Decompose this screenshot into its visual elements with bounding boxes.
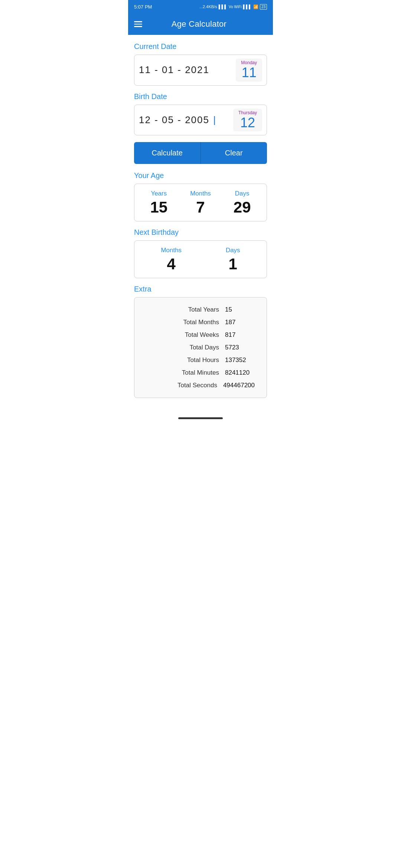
current-date-value[interactable]: 11 - 01 - 2021 xyxy=(139,64,236,76)
birthday-days-col: Days 1 xyxy=(226,247,240,272)
wifi-icon: 📶 xyxy=(253,4,258,9)
age-result-row: Years 15 Months 7 Days 29 xyxy=(139,190,262,215)
days-value: 29 xyxy=(234,200,251,215)
years-label: Years xyxy=(151,190,167,197)
extra-row: Total Minutes8241120 xyxy=(139,366,262,379)
current-date-label: Current Date xyxy=(134,42,267,51)
birth-date-year: 2005 xyxy=(185,114,209,125)
months-value: 7 xyxy=(196,200,205,215)
action-buttons: Calculate Clear xyxy=(134,142,267,164)
menu-line2 xyxy=(134,24,142,25)
bottom-indicator xyxy=(178,417,223,419)
profile-button[interactable]: 👤 xyxy=(256,19,267,29)
birth-date-month: 05 xyxy=(162,114,174,125)
birth-date-sep2: - xyxy=(177,114,182,125)
birthday-result-row: Months 4 Days 1 xyxy=(139,247,262,272)
birthday-months-col: Months 4 xyxy=(161,247,182,272)
your-age-label: Your Age xyxy=(134,171,267,180)
menu-line3 xyxy=(134,26,142,27)
birth-cal-day-num: 12 xyxy=(240,115,255,130)
extra-row-value: 494467200 xyxy=(223,382,255,389)
years-value: 15 xyxy=(150,200,167,215)
age-years-col: Years 15 xyxy=(150,190,167,215)
days-label: Days xyxy=(235,190,250,197)
current-date-day: 11 xyxy=(139,64,151,75)
signal-icon2: ▌▌▌ xyxy=(243,4,251,9)
birth-date-calendar: Thursday 12 xyxy=(233,109,262,132)
status-bar: 5:07 PM ...2.4KB/s ▌▌▌ Vo WiFi ▌▌▌ 📶 23 xyxy=(128,0,273,13)
extra-row: Total Years15 xyxy=(139,303,262,316)
extra-row-label: Total Years xyxy=(146,306,225,313)
extra-row: Total Days5723 xyxy=(139,341,262,354)
status-right: ...2.4KB/s ▌▌▌ Vo WiFi ▌▌▌ 📶 23 xyxy=(199,4,267,10)
birthday-months-label: Months xyxy=(161,247,182,254)
birth-date-cursor: | xyxy=(213,114,216,125)
birth-date-card: 12 - 05 - 2005 | Thursday 12 xyxy=(134,105,267,136)
extra-row-value: 187 xyxy=(225,319,255,326)
network-speed: ...2.4KB/s xyxy=(199,4,217,9)
extra-row-value: 15 xyxy=(225,306,255,313)
extra-label: Extra xyxy=(134,285,267,293)
calculate-button[interactable]: Calculate xyxy=(134,142,201,164)
battery-icon: 23 xyxy=(260,4,267,10)
bottom-bar xyxy=(128,413,273,422)
current-date-card: 11 - 01 - 2021 Monday 11 xyxy=(134,55,267,86)
extra-row-label: Total Minutes xyxy=(146,369,225,377)
birth-date-label: Birth Date xyxy=(134,92,267,101)
birth-cal-day-name: Thursday xyxy=(238,110,257,115)
extra-row: Total Hours137352 xyxy=(139,354,262,366)
menu-button[interactable] xyxy=(134,21,142,27)
clear-button[interactable]: Clear xyxy=(201,142,267,164)
extra-row-value: 5723 xyxy=(225,344,255,351)
extra-row-label: Total Hours xyxy=(146,356,225,364)
extra-row-label: Total Weeks xyxy=(146,331,225,339)
current-date-year: 2021 xyxy=(185,64,209,75)
birthday-days-label: Days xyxy=(226,247,240,254)
extra-row-label: Total Seconds xyxy=(146,382,223,389)
age-days-col: Days 29 xyxy=(234,190,251,215)
extra-card: Total Years15Total Months187Total Weeks8… xyxy=(134,297,267,398)
next-birthday-card: Months 4 Days 1 xyxy=(134,240,267,278)
app-bar: Age Calculator 👤 xyxy=(128,13,273,35)
age-months-col: Months 7 xyxy=(190,190,211,215)
birth-date-value[interactable]: 12 - 05 - 2005 | xyxy=(139,114,233,126)
menu-line1 xyxy=(134,21,142,22)
birthday-days-value: 1 xyxy=(229,256,237,272)
main-content: Current Date 11 - 01 - 2021 Monday 11 Bi… xyxy=(128,35,273,413)
current-date-calendar: Monday 11 xyxy=(236,59,262,82)
extra-row-label: Total Months xyxy=(146,319,225,326)
app-title: Age Calculator xyxy=(172,19,227,29)
current-date-sep2: - xyxy=(177,64,182,75)
current-date-month: 01 xyxy=(162,64,174,75)
birthday-months-value: 4 xyxy=(167,256,176,272)
birth-date-day: 12 xyxy=(139,114,151,125)
extra-row: Total Weeks817 xyxy=(139,329,262,341)
extra-row-value: 8241120 xyxy=(225,369,255,377)
extra-row-value: 817 xyxy=(225,331,255,339)
months-label: Months xyxy=(190,190,211,197)
current-date-sep1: - xyxy=(154,64,159,75)
extra-row: Total Seconds494467200 xyxy=(139,379,262,392)
extra-row-value: 137352 xyxy=(225,356,255,364)
current-cal-day-name: Monday xyxy=(241,60,257,65)
birth-date-sep1: - xyxy=(154,114,159,125)
time: 5:07 PM xyxy=(134,4,152,10)
your-age-card: Years 15 Months 7 Days 29 xyxy=(134,184,267,221)
signal-icon: ▌▌▌ xyxy=(219,4,227,9)
extra-row-label: Total Days xyxy=(146,344,225,351)
current-cal-day-num: 11 xyxy=(242,65,257,80)
vowifi-icon: Vo WiFi xyxy=(229,5,241,9)
extra-row: Total Months187 xyxy=(139,316,262,329)
next-birthday-label: Next Birthday xyxy=(134,228,267,237)
